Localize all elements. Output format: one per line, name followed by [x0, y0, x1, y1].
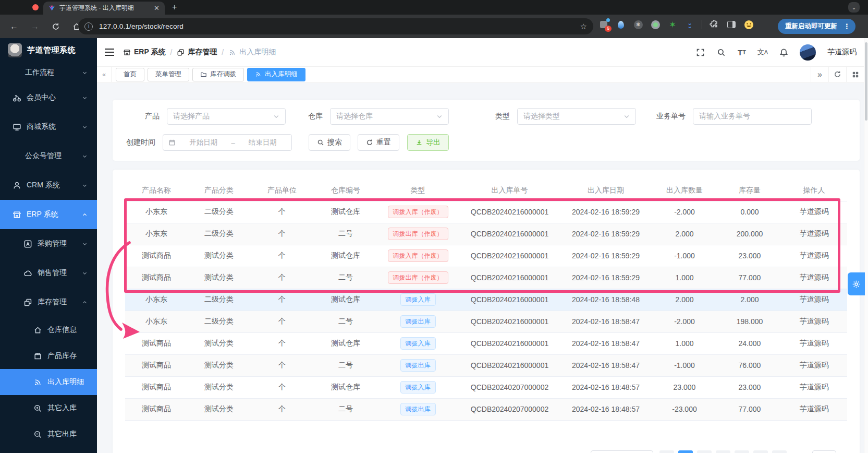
font-size-icon[interactable]: TT: [737, 47, 747, 57]
product-filter-label: 产品: [145, 112, 160, 121]
table-row[interactable]: 测试商品测试分类个二号调拨出库（作废）QCDB20240216000001202…: [125, 267, 847, 289]
table-row[interactable]: 小东东二级分类个测试仓库调拨入库（作废）QCDB2024021600000120…: [125, 201, 847, 223]
blue-drop-ext-icon[interactable]: [616, 19, 626, 30]
forward-icon[interactable]: →: [27, 19, 43, 34]
tag-tab-2[interactable]: 库存调拨: [192, 68, 244, 81]
page-button-3[interactable]: 3: [716, 450, 730, 453]
created-time-range-picker[interactable]: 开始日期 – 结束日期: [163, 134, 292, 151]
tag-tab-3[interactable]: 出入库明细: [247, 68, 305, 81]
type-select[interactable]: 请选择类型: [517, 108, 636, 125]
back-icon[interactable]: ←: [6, 19, 22, 34]
sidebar-item-11[interactable]: 出入库明细: [0, 369, 97, 395]
sidebar-item-7[interactable]: 销售管理: [0, 258, 97, 288]
sidebar-item-3[interactable]: 公众号管理: [0, 141, 97, 171]
bizno-input[interactable]: 请输入业务单号: [693, 108, 812, 125]
profile-emoji-icon[interactable]: [743, 19, 754, 30]
extensions-puzzle-icon[interactable]: [709, 19, 719, 30]
address-bar[interactable]: i 127.0.0.1/erp/stock/record ☆: [78, 18, 593, 34]
sidebar-item-6[interactable]: 采购管理: [0, 229, 97, 258]
cell-text: 个: [278, 207, 286, 216]
table-row[interactable]: 小东东二级分类个二号调拨出库（作废）QCDB202402160000012024…: [125, 223, 847, 245]
cell-type: 调拨入库（作废）: [377, 245, 458, 267]
page-button-4[interactable]: 4: [735, 450, 749, 453]
reload-icon[interactable]: [48, 19, 64, 34]
table-row[interactable]: 小东东二级分类个测试仓库调拨入库QCDB202402160000012024-0…: [125, 289, 847, 311]
theme-settings-button[interactable]: [848, 272, 865, 295]
sidebar-item-9[interactable]: 仓库信息: [0, 317, 97, 343]
green-star-ext-icon[interactable]: ✶: [667, 19, 678, 30]
sidebar-item-10[interactable]: 产品库存: [0, 343, 97, 369]
export-button[interactable]: 导出: [407, 134, 449, 151]
breadcrumb-item-2[interactable]: 出入库明细: [228, 47, 276, 57]
product-select[interactable]: 请选择产品: [167, 108, 286, 125]
window-close-button[interactable]: [32, 4, 39, 10]
page-button-1[interactable]: 1: [678, 450, 693, 453]
warehouse-select[interactable]: 请选择仓库: [330, 108, 449, 125]
username[interactable]: 芋道源码: [827, 47, 857, 57]
table-row[interactable]: 测试商品测试分类个二号调拨出库QCDB202402070000022024-02…: [125, 398, 847, 420]
site-info-icon[interactable]: i: [84, 22, 93, 31]
refresh-page-icon[interactable]: [828, 67, 846, 82]
cell-text: 芋道源码: [800, 383, 829, 391]
column-header-7: 出入库数量: [651, 180, 718, 201]
page-size-select[interactable]: 10条/页: [591, 450, 653, 453]
cell-operator: 芋道源码: [781, 245, 847, 267]
prev-page-button[interactable]: ‹: [659, 450, 674, 453]
user-avatar[interactable]: [800, 44, 816, 61]
sidebar-item-1[interactable]: 会员中心: [0, 83, 97, 112]
sidebar-item-4[interactable]: CRM 系统: [0, 171, 97, 200]
chrome-update-button[interactable]: 重新启动即可更新 ⋮: [778, 19, 855, 34]
column-header-4: 类型: [377, 180, 458, 201]
table-row[interactable]: 测试商品测试分类个测试仓库调拨入库（作废）QCDB202402160000012…: [125, 245, 847, 267]
sidebar-item-12[interactable]: 其它入库: [0, 395, 97, 421]
table-row[interactable]: 测试商品测试分类个测试仓库调拨入库QCDB202402070000022024-…: [125, 376, 847, 398]
tab-search-chevron-icon[interactable]: ⌄: [848, 2, 860, 13]
dark-circle-ext-icon[interactable]: ✻: [633, 19, 643, 30]
search-icon[interactable]: [716, 47, 726, 57]
page-button-2[interactable]: 2: [697, 450, 712, 453]
sidebar-item-2[interactable]: 商城系统: [0, 112, 97, 141]
next-page-button[interactable]: ›: [772, 450, 787, 453]
sidebar-item-13[interactable]: 其它出库: [0, 421, 97, 447]
goto-page-input[interactable]: [812, 450, 836, 453]
breadcrumb-item-0[interactable]: ERP 系统: [123, 47, 165, 57]
page-scrollbar[interactable]: [864, 38, 868, 453]
side-panel-icon[interactable]: [726, 19, 737, 30]
browser-tab[interactable]: 芋道管理系统 - 出入库明细 ✕: [43, 2, 165, 15]
tag-tab-1[interactable]: 菜单管理: [148, 68, 189, 81]
gray-ext-with-badge-icon[interactable]: 6: [598, 19, 609, 30]
table-row[interactable]: 测试商品测试分类个二号调拨出库QCDB202402160000012024-02…: [125, 354, 847, 376]
fullscreen-icon[interactable]: [695, 47, 705, 57]
sidebar-item-0[interactable]: 工作流程: [0, 62, 97, 83]
language-icon[interactable]: 文A: [758, 47, 767, 57]
tab-close-icon[interactable]: ✕: [154, 4, 160, 12]
collapse-sidebar-icon[interactable]: [104, 48, 115, 56]
tags-scroll-left-icon[interactable]: «: [97, 67, 112, 82]
sidebar-item-8[interactable]: 库存管理: [0, 288, 97, 317]
table-row[interactable]: 测试商品测试分类个测试仓库调拨入库QCDB202402160000012024-…: [125, 332, 847, 354]
tag-tab-0[interactable]: 首页: [116, 68, 144, 81]
table-row[interactable]: 小东东二级分类个二号调拨出库QCDB202402160000012024-02-…: [125, 311, 847, 332]
reset-button-label: 重置: [376, 138, 391, 147]
breadcrumb-item-1[interactable]: 库存管理: [177, 47, 217, 57]
sidebar-item-label: 销售管理: [38, 268, 67, 278]
reset-button[interactable]: 重置: [358, 134, 399, 151]
app-logo-row[interactable]: 芋道管理系统: [0, 38, 97, 62]
cell-text: 2024-02-16 18:48:57: [572, 405, 640, 413]
scrollbar-thumb[interactable]: [865, 42, 867, 121]
folder-icon: [200, 71, 207, 78]
cell-text: 测试仓库: [331, 383, 360, 391]
page-button-5[interactable]: 5: [753, 450, 768, 453]
cell-unit: 个: [250, 311, 314, 332]
search-button[interactable]: 搜索: [309, 134, 350, 151]
browser-menu-icon[interactable]: ⋮: [841, 22, 852, 30]
cell-product: 小东东: [125, 223, 188, 245]
layout-grid-icon[interactable]: [846, 67, 864, 82]
new-tab-button[interactable]: +: [172, 3, 177, 12]
notifications-bell-icon[interactable]: [779, 47, 788, 57]
bookmark-star-icon[interactable]: ☆: [580, 22, 587, 31]
green-dot-ext-icon[interactable]: [650, 19, 661, 30]
sidebar-item-5[interactable]: ERP 系统: [0, 200, 97, 229]
tags-scroll-right-icon[interactable]: »: [811, 67, 828, 82]
blue-chevrons-ext-icon[interactable]: ⌄⌄: [684, 19, 695, 30]
